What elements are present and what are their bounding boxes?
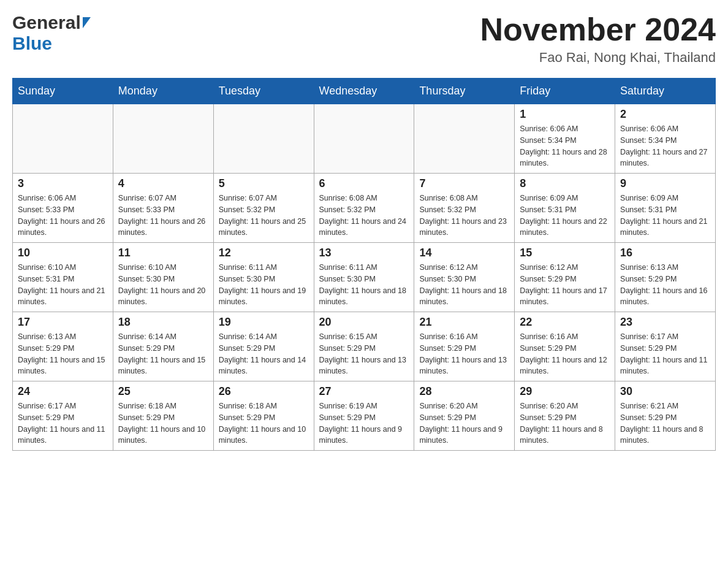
calendar-cell: 2Sunrise: 6:06 AMSunset: 5:34 PMDaylight… [615, 104, 716, 174]
day-number: 25 [118, 385, 208, 398]
calendar-cell: 28Sunrise: 6:20 AMSunset: 5:29 PMDayligh… [414, 381, 515, 451]
calendar-cell: 1Sunrise: 6:06 AMSunset: 5:34 PMDaylight… [515, 104, 615, 174]
calendar-cell: 22Sunrise: 6:16 AMSunset: 5:29 PMDayligh… [515, 312, 615, 381]
calendar-header-saturday: Saturday [615, 79, 716, 104]
day-info: Sunrise: 6:08 AMSunset: 5:32 PMDaylight:… [419, 193, 509, 239]
day-number: 6 [319, 177, 409, 190]
calendar-cell: 26Sunrise: 6:18 AMSunset: 5:29 PMDayligh… [213, 381, 314, 451]
day-number: 27 [319, 385, 409, 398]
day-info: Sunrise: 6:17 AMSunset: 5:29 PMDaylight:… [620, 331, 710, 377]
calendar-cell: 10Sunrise: 6:10 AMSunset: 5:31 PMDayligh… [13, 243, 113, 312]
calendar-cell [13, 104, 113, 174]
calendar-cell [414, 104, 515, 174]
calendar-cell: 4Sunrise: 6:07 AMSunset: 5:33 PMDaylight… [113, 174, 213, 243]
calendar-cell: 15Sunrise: 6:12 AMSunset: 5:29 PMDayligh… [515, 243, 615, 312]
day-number: 12 [219, 247, 309, 259]
calendar-cell: 29Sunrise: 6:20 AMSunset: 5:29 PMDayligh… [515, 381, 615, 451]
day-number: 15 [520, 247, 610, 259]
day-number: 28 [419, 385, 509, 398]
day-number: 13 [319, 247, 409, 259]
day-info: Sunrise: 6:06 AMSunset: 5:34 PMDaylight:… [520, 123, 610, 169]
day-info: Sunrise: 6:08 AMSunset: 5:32 PMDaylight:… [319, 193, 409, 239]
day-number: 29 [520, 385, 610, 398]
calendar-cell: 3Sunrise: 6:06 AMSunset: 5:33 PMDaylight… [13, 174, 113, 243]
calendar-cell: 8Sunrise: 6:09 AMSunset: 5:31 PMDaylight… [515, 174, 615, 243]
day-info: Sunrise: 6:09 AMSunset: 5:31 PMDaylight:… [520, 193, 610, 239]
day-number: 21 [419, 316, 509, 329]
calendar-cell: 18Sunrise: 6:14 AMSunset: 5:29 PMDayligh… [113, 312, 213, 381]
day-info: Sunrise: 6:10 AMSunset: 5:30 PMDaylight:… [118, 262, 208, 308]
day-info: Sunrise: 6:20 AMSunset: 5:29 PMDaylight:… [520, 400, 610, 446]
day-info: Sunrise: 6:12 AMSunset: 5:30 PMDaylight:… [419, 262, 509, 308]
day-number: 17 [18, 316, 108, 329]
calendar-header-tuesday: Tuesday [213, 79, 314, 104]
logo-triangle-icon [83, 17, 91, 28]
day-info: Sunrise: 6:17 AMSunset: 5:29 PMDaylight:… [18, 400, 108, 446]
day-info: Sunrise: 6:16 AMSunset: 5:29 PMDaylight:… [520, 331, 610, 377]
day-info: Sunrise: 6:15 AMSunset: 5:29 PMDaylight:… [319, 331, 409, 377]
day-info: Sunrise: 6:14 AMSunset: 5:29 PMDaylight:… [118, 331, 208, 377]
calendar-header-friday: Friday [515, 79, 615, 104]
day-number: 19 [219, 316, 309, 329]
month-title: November 2024 [480, 12, 716, 47]
day-number: 24 [18, 385, 108, 398]
page-header: General Blue November 2024 Fao Rai, Nong… [12, 12, 716, 66]
day-number: 7 [419, 177, 509, 190]
day-number: 5 [219, 177, 309, 190]
calendar-cell: 11Sunrise: 6:10 AMSunset: 5:30 PMDayligh… [113, 243, 213, 312]
calendar-cell: 9Sunrise: 6:09 AMSunset: 5:31 PMDaylight… [615, 174, 716, 243]
calendar-cell: 17Sunrise: 6:13 AMSunset: 5:29 PMDayligh… [13, 312, 113, 381]
calendar-cell: 27Sunrise: 6:19 AMSunset: 5:29 PMDayligh… [314, 381, 414, 451]
day-number: 23 [620, 316, 710, 329]
day-number: 18 [118, 316, 208, 329]
calendar-table: SundayMondayTuesdayWednesdayThursdayFrid… [12, 78, 716, 451]
day-info: Sunrise: 6:07 AMSunset: 5:32 PMDaylight:… [219, 193, 309, 239]
day-info: Sunrise: 6:07 AMSunset: 5:33 PMDaylight:… [118, 193, 208, 239]
day-info: Sunrise: 6:09 AMSunset: 5:31 PMDaylight:… [620, 193, 710, 239]
day-info: Sunrise: 6:19 AMSunset: 5:29 PMDaylight:… [319, 400, 409, 446]
calendar-cell: 20Sunrise: 6:15 AMSunset: 5:29 PMDayligh… [314, 312, 414, 381]
day-number: 1 [520, 108, 610, 121]
day-number: 3 [18, 177, 108, 190]
logo: General Blue [12, 12, 91, 54]
calendar-cell [213, 104, 314, 174]
day-number: 30 [620, 385, 710, 398]
day-number: 11 [118, 247, 208, 259]
day-number: 22 [520, 316, 610, 329]
calendar-header-thursday: Thursday [414, 79, 515, 104]
day-info: Sunrise: 6:06 AMSunset: 5:33 PMDaylight:… [18, 193, 108, 239]
day-number: 2 [620, 108, 710, 121]
day-info: Sunrise: 6:20 AMSunset: 5:29 PMDaylight:… [419, 400, 509, 446]
calendar-cell: 23Sunrise: 6:17 AMSunset: 5:29 PMDayligh… [615, 312, 716, 381]
day-info: Sunrise: 6:11 AMSunset: 5:30 PMDaylight:… [319, 262, 409, 308]
calendar-cell: 19Sunrise: 6:14 AMSunset: 5:29 PMDayligh… [213, 312, 314, 381]
day-info: Sunrise: 6:21 AMSunset: 5:29 PMDaylight:… [620, 400, 710, 446]
calendar-header-sunday: Sunday [13, 79, 113, 104]
calendar-cell: 13Sunrise: 6:11 AMSunset: 5:30 PMDayligh… [314, 243, 414, 312]
logo-blue-text: Blue [12, 33, 52, 53]
day-info: Sunrise: 6:11 AMSunset: 5:30 PMDaylight:… [219, 262, 309, 308]
calendar-cell: 16Sunrise: 6:13 AMSunset: 5:29 PMDayligh… [615, 243, 716, 312]
day-info: Sunrise: 6:13 AMSunset: 5:29 PMDaylight:… [620, 262, 710, 308]
logo-general-text: General [12, 12, 81, 33]
day-number: 16 [620, 247, 710, 259]
calendar-cell [314, 104, 414, 174]
location-text: Fao Rai, Nong Khai, Thailand [480, 50, 716, 66]
calendar-header-wednesday: Wednesday [314, 79, 414, 104]
day-info: Sunrise: 6:06 AMSunset: 5:34 PMDaylight:… [620, 123, 710, 169]
calendar-week-5: 24Sunrise: 6:17 AMSunset: 5:29 PMDayligh… [13, 381, 716, 451]
calendar-cell: 6Sunrise: 6:08 AMSunset: 5:32 PMDaylight… [314, 174, 414, 243]
calendar-cell: 30Sunrise: 6:21 AMSunset: 5:29 PMDayligh… [615, 381, 716, 451]
day-number: 4 [118, 177, 208, 190]
day-info: Sunrise: 6:18 AMSunset: 5:29 PMDaylight:… [219, 400, 309, 446]
day-number: 26 [219, 385, 309, 398]
calendar-cell: 25Sunrise: 6:18 AMSunset: 5:29 PMDayligh… [113, 381, 213, 451]
day-info: Sunrise: 6:14 AMSunset: 5:29 PMDaylight:… [219, 331, 309, 377]
calendar-week-4: 17Sunrise: 6:13 AMSunset: 5:29 PMDayligh… [13, 312, 716, 381]
day-info: Sunrise: 6:16 AMSunset: 5:29 PMDaylight:… [419, 331, 509, 377]
calendar-header-row: SundayMondayTuesdayWednesdayThursdayFrid… [13, 79, 716, 104]
day-number: 8 [520, 177, 610, 190]
calendar-cell [113, 104, 213, 174]
day-number: 20 [319, 316, 409, 329]
day-number: 9 [620, 177, 710, 190]
